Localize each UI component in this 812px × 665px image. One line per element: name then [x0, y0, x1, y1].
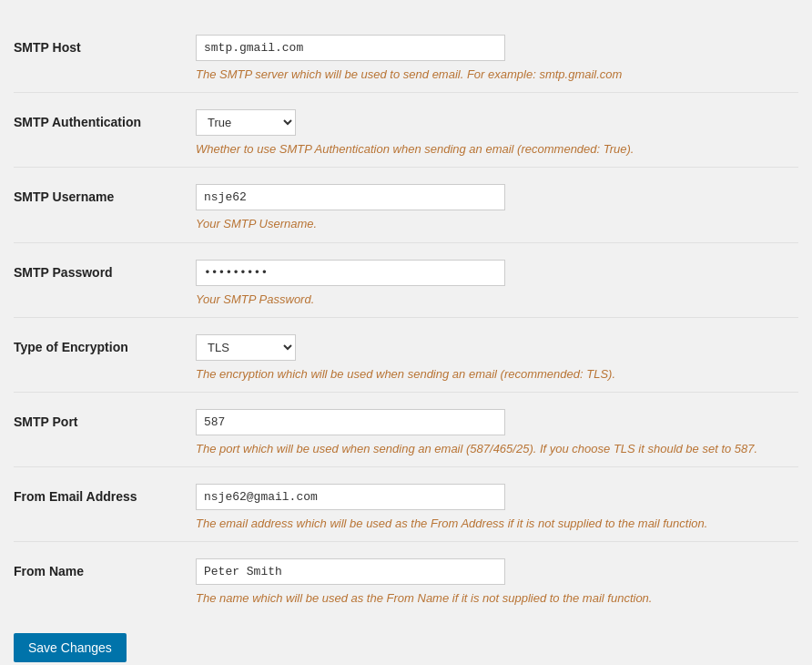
- smtp-username-label: SMTP Username: [14, 184, 196, 204]
- smtp-password-input[interactable]: [196, 260, 505, 286]
- smtp-host-field: The SMTP server which will be used to se…: [196, 35, 798, 83]
- from-name-label: From Name: [14, 558, 196, 578]
- encryption-label: Type of Encryption: [14, 334, 196, 354]
- smtp-host-hint: The SMTP server which will be used to se…: [196, 66, 797, 83]
- from-email-row: From Email Address The email address whi…: [14, 467, 798, 542]
- smtp-username-field: Your SMTP Username.: [196, 184, 798, 232]
- smtp-password-row: SMTP Password Your SMTP Password.: [14, 243, 798, 318]
- smtp-password-field: Your SMTP Password.: [196, 260, 798, 308]
- encryption-select[interactable]: TLS SSL None: [196, 334, 296, 361]
- smtp-username-row: SMTP Username Your SMTP Username.: [14, 168, 798, 242]
- from-email-hint: The email address which will be used as …: [196, 516, 797, 532]
- smtp-password-hint: Your SMTP Password.: [196, 292, 797, 308]
- save-button[interactable]: Save Changes: [14, 633, 127, 662]
- smtp-password-label: SMTP Password: [14, 260, 196, 280]
- smtp-host-label: SMTP Host: [14, 35, 196, 55]
- encryption-field: TLS SSL None The encryption which will b…: [196, 334, 798, 383]
- smtp-port-hint: The port which will be used when sending…: [196, 441, 797, 457]
- from-email-field: The email address which will be used as …: [196, 484, 798, 532]
- smtp-port-input[interactable]: [196, 409, 505, 435]
- smtp-port-label: SMTP Port: [14, 409, 196, 429]
- smtp-username-hint: Your SMTP Username.: [196, 216, 797, 232]
- smtp-username-input[interactable]: [196, 184, 505, 210]
- smtp-host-input[interactable]: [196, 35, 505, 61]
- from-name-hint: The name which will be used as the From …: [196, 590, 797, 607]
- settings-form: SMTP Host The SMTP server which will be …: [0, 9, 812, 665]
- encryption-hint: The encryption which will be used when s…: [196, 366, 797, 383]
- from-name-row: From Name The name which will be used as…: [14, 542, 798, 616]
- from-name-field: The name which will be used as the From …: [196, 558, 798, 607]
- smtp-auth-field: True False Whether to use SMTP Authentic…: [196, 109, 798, 158]
- smtp-auth-label: SMTP Authentication: [14, 109, 196, 129]
- smtp-auth-select[interactable]: True False: [196, 109, 296, 136]
- smtp-port-row: SMTP Port The port which will be used wh…: [14, 393, 798, 467]
- smtp-auth-hint: Whether to use SMTP Authentication when …: [196, 141, 797, 158]
- smtp-host-row: SMTP Host The SMTP server which will be …: [14, 18, 798, 93]
- smtp-port-field: The port which will be used when sending…: [196, 409, 798, 457]
- from-email-input[interactable]: [196, 484, 505, 510]
- smtp-auth-row: SMTP Authentication True False Whether t…: [14, 93, 798, 168]
- from-name-input[interactable]: [196, 558, 505, 585]
- encryption-row: Type of Encryption TLS SSL None The encr…: [14, 318, 798, 393]
- from-email-label: From Email Address: [14, 484, 196, 504]
